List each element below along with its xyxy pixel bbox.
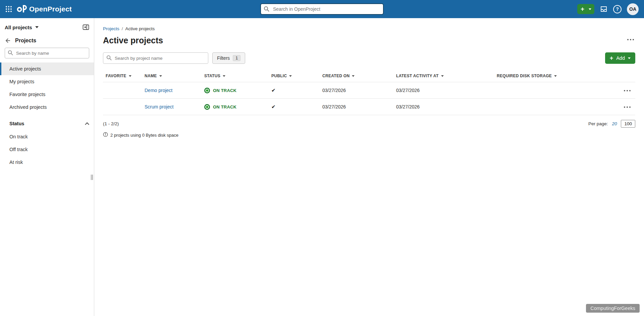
sort-caret-icon (159, 75, 162, 77)
sidebar-item-active-projects[interactable]: Active projects (0, 62, 94, 75)
sidebar-item-favorite-projects[interactable]: Favorite projects (0, 88, 94, 101)
favorite-cell[interactable] (103, 82, 142, 99)
project-status: ON TRACK (204, 88, 266, 93)
sidebar-item-my-projects[interactable]: My projects (0, 75, 94, 88)
project-filter-search (103, 52, 208, 64)
sidebar-resize-handle[interactable] (91, 175, 93, 180)
favorite-cell[interactable] (103, 99, 142, 115)
breadcrumb-projects-link[interactable]: Projects (103, 26, 119, 31)
row-more-menu-icon[interactable] (622, 104, 633, 110)
sidebar-item-label: On track (9, 134, 28, 139)
add-project-button[interactable]: + Add (605, 52, 635, 64)
column-header-actions (616, 74, 635, 82)
search-icon (106, 55, 112, 62)
disk-storage-cell (494, 82, 616, 99)
openproject-logo[interactable]: OpenProject (17, 4, 72, 14)
avatar-initials: OA (629, 6, 636, 12)
per-page-option-20[interactable]: 20 (612, 121, 617, 126)
page-title: Active projects (103, 36, 163, 45)
plus-icon: + (610, 53, 613, 63)
pagination-range: (1 - 2/2) (103, 121, 119, 126)
sidebar-item-label: Off track (9, 147, 28, 152)
status-menu: On track Off track At risk (0, 130, 94, 169)
sort-caret-icon (554, 75, 557, 77)
openproject-logo-icon (17, 4, 27, 14)
main-content: Projects / Active projects Active projec… (94, 18, 644, 138)
sidebar-item-on-track[interactable]: On track (0, 130, 94, 143)
sidebar: All projects Projects (0, 18, 94, 316)
sidebar-item-label: Favorite projects (9, 92, 45, 97)
status-on-track-icon (204, 104, 210, 110)
user-avatar[interactable]: OA (627, 3, 639, 15)
status-label: ON TRACK (213, 88, 236, 93)
per-page-option-100[interactable]: 100 (621, 120, 635, 128)
sort-caret-icon (352, 75, 355, 77)
created-on-cell: 03/27/2026 (320, 82, 393, 99)
column-header-required-disk-storage[interactable]: REQUIRED DISK STORAGE (494, 74, 616, 82)
projects-table: FAVORITE NAME STATUS PUBLIC CREATED ON L… (103, 74, 635, 115)
filters-count-badge: 1 (233, 55, 240, 61)
row-more-menu-icon[interactable] (622, 87, 633, 94)
created-on-cell: 03/27/2026 (320, 99, 393, 115)
breadcrumb-current: Active projects (125, 26, 155, 31)
column-header-latest-activity-at[interactable]: LATEST ACTIVITY AT (393, 74, 494, 82)
pagination: (1 - 2/2) Per page: 20 100 (103, 120, 635, 128)
global-search (260, 3, 384, 15)
app-grid-icon[interactable] (5, 6, 12, 12)
info-icon (103, 132, 108, 138)
column-header-favorite[interactable]: FAVORITE (103, 74, 142, 82)
sidebar-item-at-risk[interactable]: At risk (0, 156, 94, 169)
notifications-inbox-icon[interactable] (600, 5, 608, 13)
sidebar-menu: Active projects My projects Favorite pro… (0, 62, 94, 114)
table-header-row: FAVORITE NAME STATUS PUBLIC CREATED ON L… (103, 74, 635, 82)
help-icon[interactable]: ? (613, 5, 622, 13)
project-scope-selector[interactable]: All projects (5, 25, 39, 30)
sidebar-item-off-track[interactable]: Off track (0, 143, 94, 156)
column-header-name[interactable]: NAME (142, 74, 202, 82)
latest-activity-cell: 03/27/2026 (393, 82, 494, 99)
sidebar-item-label: Archived projects (9, 104, 47, 110)
column-header-status[interactable]: STATUS (202, 74, 269, 82)
quick-create-caret[interactable] (588, 8, 594, 10)
back-arrow-icon[interactable] (5, 38, 11, 44)
status-section-toggle[interactable]: Status (0, 114, 94, 130)
sort-caret-icon (223, 75, 225, 77)
sidebar-item-archived-projects[interactable]: Archived projects (0, 101, 94, 114)
project-name-link[interactable]: Demo project (145, 88, 172, 93)
breadcrumb: Projects / Active projects (103, 26, 635, 31)
top-header: OpenProject + ? OA (0, 0, 644, 18)
page-more-menu-icon[interactable] (626, 36, 635, 44)
chevron-down-icon (589, 8, 591, 10)
public-check-icon: ✔ (271, 87, 276, 93)
watermark: ComputingForGeeks (586, 304, 640, 313)
chevron-down-icon (628, 57, 631, 59)
chevron-down-icon (35, 26, 39, 28)
quick-create-button[interactable]: + (577, 4, 594, 14)
column-header-public[interactable]: PUBLIC (269, 74, 320, 82)
status-section-title: Status (9, 121, 24, 126)
filters-button[interactable]: Filters 1 (212, 52, 245, 64)
projects-summary: 2 projects using 0 Bytes disk space (103, 132, 635, 138)
sidebar-search-input[interactable] (5, 48, 89, 58)
collapse-sidebar-icon[interactable] (83, 24, 89, 30)
table-row: Scrum project ON TRACK ✔ 03/27/2026 03/2… (103, 99, 635, 115)
breadcrumb-separator: / (122, 26, 123, 31)
table-row: Demo project ON TRACK ✔ 03/27/2026 03/27… (103, 82, 635, 99)
sort-caret-icon (289, 75, 292, 77)
header-actions: + ? OA (577, 3, 639, 15)
projects-toolbar: Filters 1 + Add (103, 52, 635, 64)
per-page-label: Per page: (588, 121, 608, 126)
sidebar-search (5, 48, 89, 58)
disk-storage-cell (494, 99, 616, 115)
filters-label: Filters (217, 55, 230, 61)
column-header-created-on[interactable]: CREATED ON (320, 74, 393, 82)
global-search-input[interactable] (260, 3, 384, 15)
sort-caret-icon (129, 75, 131, 77)
project-name-link[interactable]: Scrum project (145, 104, 173, 109)
latest-activity-cell: 03/27/2026 (393, 99, 494, 115)
search-icon (8, 50, 13, 57)
project-name-search-input[interactable] (103, 52, 208, 64)
sort-caret-icon (441, 75, 444, 77)
public-check-icon: ✔ (271, 104, 276, 109)
plus-icon: + (577, 4, 588, 14)
